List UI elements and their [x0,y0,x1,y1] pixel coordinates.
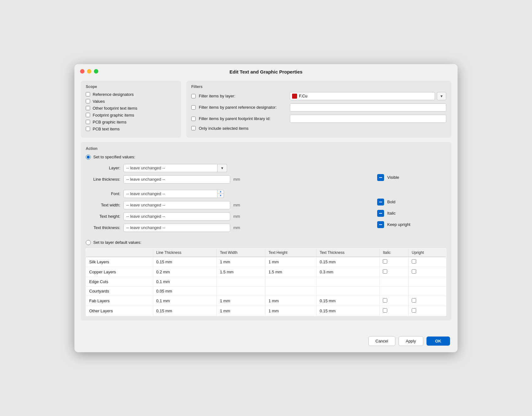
filter-parent-ref-label: Filter items by parent reference designa… [199,105,287,110]
minimize-button[interactable] [87,69,91,74]
row-upright-0 [409,257,446,267]
row-name-1: Copper Layers [86,267,153,277]
set-specified-radio[interactable] [86,155,91,160]
scope-item-values: Values [86,99,176,104]
layer-field-row: Layer: ▼ [86,164,358,172]
filter-layer-row: Filter items by layer: F.Cu ▼ [191,92,446,100]
row-upright-1 [409,267,446,277]
visible-toggle-indicator [379,177,382,178]
content-area: Scope Reference designators Values Other… [74,78,458,331]
upright-checkbox-4[interactable] [412,298,416,303]
italic-checkbox-0[interactable] [383,259,387,264]
keep-upright-row: Keep upright [377,221,446,228]
form-fields: Layer: ▼ Line thickness: mm [86,164,358,235]
row-name-3: Courtyards [86,286,153,296]
layer-select-wrap: F.Cu ▼ [290,92,446,100]
cancel-button[interactable]: Cancel [368,336,395,346]
footprint-graphic-label: Footprint graphic items [93,113,134,118]
top-row: Scope Reference designators Values Other… [81,81,451,138]
filter-parent-ref-checkbox[interactable] [191,105,196,110]
layer-field-dropdown-btn[interactable]: ▼ [218,164,227,172]
text-width-label: Text width: [86,203,120,207]
layer-select-display[interactable]: F.Cu [290,92,435,100]
pcb-text-label: PCB text items [93,127,120,131]
bold-label: Bold [387,200,395,204]
layer-defaults-radio-row: Set to layer default values: [86,240,446,245]
text-height-label: Text height: [86,214,120,219]
keep-upright-toggle[interactable] [377,221,384,228]
row-line-thickness-3: 0.05 mm [153,286,217,296]
row-line-thickness-1: 0.2 mm [153,267,217,277]
italic-checkbox-5[interactable] [383,308,387,313]
ok-button[interactable]: OK [426,337,450,346]
text-width-unit: mm [233,203,241,207]
visible-toggle[interactable] [377,174,384,181]
table-row: Silk Layers0.15 mm1 mm1 mm0.15 mm [86,257,446,267]
other-footprint-checkbox[interactable] [86,106,90,110]
row-text-width-4: 1 mm [217,296,265,306]
italic-checkbox-1[interactable] [383,269,387,274]
font-input[interactable] [123,190,218,198]
filter-footprint-label: Filter items by parent footprint library… [199,116,287,121]
line-thickness-input[interactable] [123,175,230,183]
ref-designators-checkbox[interactable] [86,92,90,96]
text-thickness-input[interactable] [123,224,230,232]
text-thickness-field-row: Text thickness: mm [86,224,358,232]
upright-checkbox-0[interactable] [412,259,416,264]
col-header-name [86,248,153,257]
italic-toggle[interactable] [377,210,384,217]
filter-footprint-checkbox[interactable] [191,117,196,121]
footprint-graphic-checkbox[interactable] [86,113,90,117]
row-text-height-3 [265,286,317,296]
row-upright-2 [409,277,446,286]
filter-parent-ref-input[interactable] [290,103,446,112]
layer-dropdown-arrow[interactable]: ▼ [437,92,446,100]
filter-footprint-row: Filter items by parent footprint library… [191,115,446,123]
italic-checkbox-4[interactable] [383,298,387,303]
layer-dropdown-wrap: ▼ [123,164,227,172]
only-selected-checkbox[interactable] [191,126,196,130]
row-upright-3 [409,286,446,296]
upright-checkbox-5[interactable] [412,308,416,313]
font-spinbox-down[interactable]: ▼ [218,194,224,198]
filter-footprint-input[interactable] [290,115,446,123]
text-height-field-row: Text height: mm [86,212,358,221]
filter-layer-label: Filter items by layer: [199,94,287,98]
row-text-width-5: 1 mm [217,306,265,316]
values-checkbox[interactable] [86,99,90,103]
row-text-height-1: 1.5 mm [265,267,317,277]
col-header-line-thickness: Line Thickness [153,248,217,257]
apply-button[interactable]: Apply [399,336,423,346]
row-upright-4 [409,296,446,306]
text-width-input[interactable] [123,201,230,209]
action-label: Action [86,146,446,151]
bold-toggle-indicator [379,202,382,202]
layer-field-label: Layer: [86,166,120,170]
bold-toggle[interactable] [377,199,384,205]
defaults-table: Line Thickness Text Width Text Height Te… [86,248,446,316]
pcb-graphic-checkbox[interactable] [86,120,90,124]
layer-field-input[interactable] [123,164,218,172]
row-text-height-2 [265,277,317,286]
row-italic-5 [380,306,409,316]
upright-checkbox-1[interactable] [412,269,416,274]
set-layer-defaults-radio[interactable] [86,240,91,245]
text-height-input[interactable] [123,212,230,221]
row-name-0: Silk Layers [86,257,153,267]
filter-layer-checkbox[interactable] [191,94,196,98]
italic-toggle-indicator [379,213,382,214]
right-controls: Visible Bold Italic [377,164,446,228]
close-button[interactable] [80,69,84,74]
pcb-text-checkbox[interactable] [86,127,90,131]
scope-item-pcb-graphic: PCB graphic items [86,120,176,124]
scope-item-other-footprint: Other footprint text items [86,106,176,111]
font-spinbox-up[interactable]: ▲ [218,190,224,194]
text-thickness-label: Text thickness: [86,225,120,230]
main-window: Edit Text and Graphic Properties Scope R… [74,64,458,352]
visible-label: Visible [387,175,399,180]
row-name-4: Fab Layers [86,296,153,306]
row-text-thickness-3 [316,286,379,296]
row-text-width-2 [217,277,265,286]
text-thickness-unit: mm [233,225,241,230]
maximize-button[interactable] [94,69,98,74]
